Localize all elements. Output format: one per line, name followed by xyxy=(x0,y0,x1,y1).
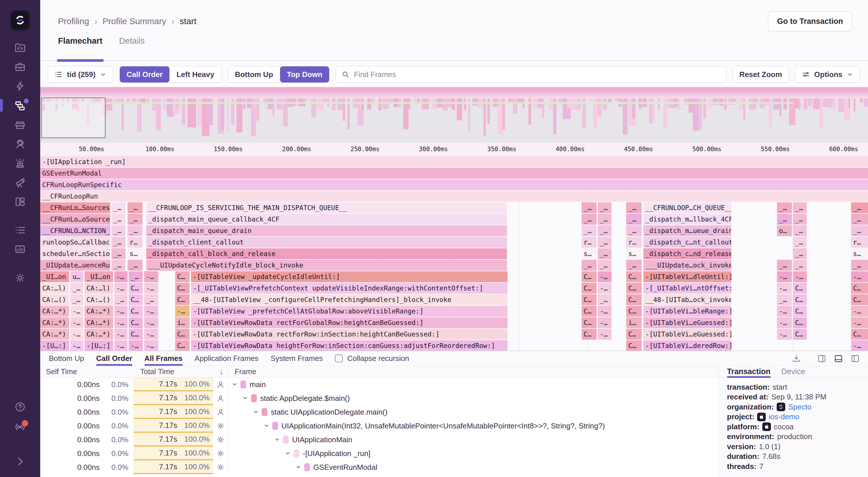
flame-frame[interactable]: CFRunLoopRunSpecific xyxy=(40,179,868,190)
flame-frame[interactable]: -[UITableVi…deredRow:] xyxy=(643,340,732,351)
flame-frame[interactable]: -… xyxy=(851,271,868,282)
flame-frame[interactable]: C… xyxy=(582,294,596,305)
sidebar-item-user-feedback[interactable] xyxy=(0,134,40,153)
flame-frame[interactable]: _… xyxy=(626,225,641,236)
flame-frame[interactable]: C… xyxy=(129,306,143,317)
flame-frame[interactable]: o… xyxy=(777,225,792,236)
flame-frame[interactable]: C… xyxy=(626,294,641,305)
flame-frame[interactable]: -… xyxy=(70,317,83,328)
flame-frame[interactable]: _… xyxy=(112,248,126,259)
flame-frame[interactable]: s… xyxy=(626,248,641,259)
sidebar-item-performance[interactable] xyxy=(0,77,40,96)
flame-frame[interactable]: -[UIApplication _run] xyxy=(40,156,868,167)
flame-frame[interactable]: _dispatch_m…ueue_drain xyxy=(643,225,732,236)
flame-frame[interactable]: _… xyxy=(144,294,158,305)
sidebar-item-dashboards[interactable] xyxy=(0,192,40,211)
breadcrumb-profile-summary[interactable]: Profile Summary xyxy=(102,17,166,26)
flame-frame[interactable]: _… xyxy=(851,260,868,271)
flame-frame[interactable]: _dispatch_m…llback_4CF xyxy=(643,214,732,225)
flame-frame[interactable]: C… xyxy=(626,306,641,317)
bottom-up-button[interactable]: Bottom Up xyxy=(228,66,280,83)
flame-frame[interactable]: _… xyxy=(851,202,868,213)
flame-frame[interactable]: C… xyxy=(175,329,190,340)
expand-chevron[interactable] xyxy=(296,466,301,469)
flame-frame[interactable]: r… xyxy=(851,237,868,248)
flame-frame[interactable]: ___UIUpdate…ock_invoke xyxy=(643,260,732,271)
layout-bottom-icon[interactable] xyxy=(834,354,843,363)
flame-frame[interactable]: _… xyxy=(793,260,807,271)
flame-frame[interactable]: -… xyxy=(70,306,83,317)
flame-frame[interactable]: -… xyxy=(777,271,792,282)
flame-frame[interactable]: -… xyxy=(114,271,127,282)
flame-frame[interactable]: -… xyxy=(598,271,612,282)
flame-frame[interactable]: C… xyxy=(582,317,596,328)
flame-frame[interactable]: _… xyxy=(793,237,807,248)
detail-value[interactable]: ios-demo xyxy=(769,412,799,421)
sidebar-item-activity[interactable] xyxy=(0,220,40,240)
table-row[interactable]: 0.00ns0.0%7.17s100.0%static AppDelegate.… xyxy=(40,391,718,405)
flame-frame[interactable]: -… xyxy=(144,306,158,317)
layout-right-icon[interactable] xyxy=(817,354,827,363)
flame-frame[interactable]: C… xyxy=(793,294,807,305)
flame-frame[interactable]: _… xyxy=(127,225,143,236)
flame-frame[interactable]: _… xyxy=(70,294,83,305)
filter-all-frames[interactable]: All Frames xyxy=(145,351,183,366)
reset-zoom-button[interactable]: Reset Zoom xyxy=(733,66,789,83)
flame-frame[interactable]: -… xyxy=(777,283,792,294)
flame-frame[interactable]: C… xyxy=(175,294,190,305)
flame-frame[interactable]: _UI…on xyxy=(85,271,113,282)
flame-frame[interactable]: _… xyxy=(114,294,127,305)
flame-frame[interactable]: _… xyxy=(582,260,596,271)
flame-frame[interactable]: _… xyxy=(598,248,612,259)
frame-cell[interactable]: static AppDelegate.$main() xyxy=(228,391,718,405)
flame-frame[interactable]: __CFRunLo…oSource0 xyxy=(40,214,110,225)
tab-details[interactable]: Details xyxy=(119,34,145,60)
flame-frame[interactable]: CA:…*) xyxy=(40,306,69,317)
header-total-time[interactable]: Total Time ↓ xyxy=(134,366,228,377)
flame-frame[interactable]: -… xyxy=(114,329,127,340)
flame-frame[interactable]: -… xyxy=(598,283,612,294)
flame-frame[interactable]: C… xyxy=(626,329,641,340)
detail-value[interactable]: Specto xyxy=(788,403,811,412)
options-button[interactable]: Options xyxy=(795,66,860,83)
sidebar-item-discover[interactable] xyxy=(0,173,40,192)
flame-frame[interactable]: -… xyxy=(114,283,127,294)
flame-frame[interactable]: _… xyxy=(777,214,792,225)
sidebar-item-whats-new[interactable] xyxy=(0,417,40,436)
sentry-logo[interactable] xyxy=(11,11,29,29)
table-row[interactable]: 0.00ns0.0%7.17s100.0%main xyxy=(40,378,718,391)
flame-frame[interactable]: scheduler…nSection xyxy=(40,248,110,259)
search-input[interactable] xyxy=(354,70,721,79)
flame-frame[interactable]: _dispatch_c…nd_release xyxy=(643,248,732,259)
flame-frame[interactable]: _dispatch_main_queue_drain xyxy=(146,225,507,236)
flame-frame[interactable]: -[UITableVi…eGuessed:] xyxy=(643,329,732,340)
flame-frame[interactable]: _… xyxy=(626,202,641,213)
flame-frame[interactable]: C… xyxy=(582,271,596,282)
flame-frame[interactable]: C… xyxy=(175,271,190,282)
flame-frame[interactable]: -[UITableView _updateCycleIdleUntil:] xyxy=(191,271,507,282)
flame-frame[interactable]: CA:…*) xyxy=(85,329,113,340)
flame-frame[interactable]: _UI…on xyxy=(40,271,69,282)
flame-frame[interactable]: CA:…*) xyxy=(85,306,113,317)
sidebar-item-help[interactable] xyxy=(0,397,40,417)
sidebar-item-stats[interactable] xyxy=(0,240,40,259)
expand-chevron[interactable] xyxy=(232,383,237,386)
flame-frame[interactable]: __CFRunLo…Sources0 xyxy=(40,202,110,213)
flame-frame[interactable]: -[UITableViewRowData heightForRow:inSect… xyxy=(191,340,507,351)
sidebar-item-issues[interactable] xyxy=(0,57,40,77)
flame-frame[interactable]: _… xyxy=(777,202,792,213)
flame-frame[interactable]: -… xyxy=(793,271,807,282)
flame-frame[interactable]: CA:…() xyxy=(85,294,113,305)
minimap-viewport[interactable] xyxy=(41,97,106,138)
flame-frame[interactable]: s… xyxy=(582,248,596,259)
flame-frame[interactable]: s… xyxy=(851,248,868,259)
flame-frame[interactable]: runloopSo…Callback xyxy=(40,237,110,248)
flame-frame[interactable]: -… xyxy=(129,340,143,351)
flame-frame[interactable]: CA:…l) xyxy=(40,283,69,294)
flame-frame[interactable]: C… xyxy=(582,283,596,294)
table-row[interactable]: 0.00ns0.0%7.17s100.0%GSEventRunModal xyxy=(40,460,718,474)
frame-cell[interactable]: GSEventRunModal xyxy=(228,460,718,474)
frame-cell[interactable]: -[UIApplication _run] xyxy=(228,447,718,460)
expand-chevron[interactable] xyxy=(264,424,269,427)
flame-frame[interactable]: GSEventRunModal xyxy=(40,168,868,179)
